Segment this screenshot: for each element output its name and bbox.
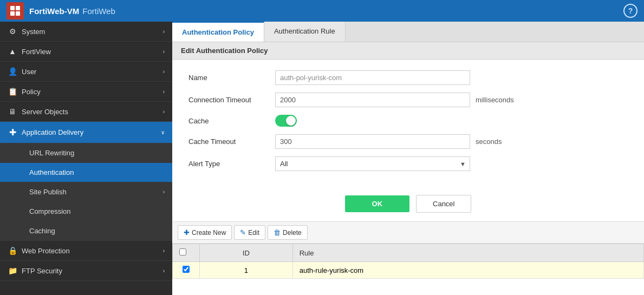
sidebar-item-label: Policy — [22, 88, 163, 96]
sidebar-item-ftp-security[interactable]: 📁 FTP Security › — [0, 261, 172, 281]
plus-icon: ✚ — [184, 228, 190, 237]
cache-toggle[interactable] — [275, 115, 297, 127]
sidebar-item-system[interactable]: ⚙ System › — [0, 22, 172, 42]
chevron-right-icon: › — [163, 109, 165, 115]
alert-type-wrapper: All None Custom ▼ — [275, 156, 470, 171]
cache-timeout-unit: seconds — [476, 137, 502, 146]
sidebar-item-application-delivery[interactable]: ✚ Application Delivery ∨ — [0, 122, 172, 143]
server-icon: 🖥 — [8, 107, 17, 116]
toggle-knob — [286, 116, 296, 126]
sidebar-item-url-rewriting[interactable]: URL Rewriting — [0, 143, 172, 163]
table-row: 1 auth-rule-yurisk-com — [173, 262, 644, 279]
logo-grid — [10, 6, 20, 16]
sidebar-item-label: System — [22, 28, 163, 36]
form-row-cache: Cache — [188, 115, 628, 127]
cache-timeout-input[interactable] — [275, 134, 470, 149]
chevron-right-icon: › — [163, 268, 165, 274]
sidebar-item-label: Authentication — [29, 168, 165, 176]
tab-authentication-policy[interactable]: Authentication Policy — [172, 22, 264, 42]
section-header: Edit Authentication Policy — [172, 42, 644, 60]
alert-type-select[interactable]: All None Custom — [275, 156, 470, 171]
sidebar-item-label: Application Delivery — [22, 128, 161, 136]
ok-button[interactable]: OK — [345, 195, 410, 212]
header: FortiWeb-VM FortiWeb ? — [0, 0, 644, 22]
chevron-down-icon: ∨ — [161, 129, 165, 135]
chevron-right-icon: › — [163, 189, 165, 195]
sidebar-item-authentication[interactable]: Authentication — [0, 163, 172, 182]
create-new-button[interactable]: ✚ Create New — [178, 225, 232, 240]
sidebar-item-label: FTP Security — [22, 267, 163, 275]
plus-icon: ✚ — [8, 127, 17, 137]
logo — [6, 2, 24, 19]
help-button[interactable]: ? — [623, 4, 638, 18]
sidebar-item-caching[interactable]: Caching — [0, 221, 172, 241]
fortiview-icon: ▲ — [8, 47, 17, 56]
button-row: OK Cancel — [172, 189, 644, 221]
chevron-right-icon: › — [163, 49, 165, 55]
sidebar-item-compression[interactable]: Compression — [0, 202, 172, 221]
sidebar-item-label: Caching — [29, 227, 165, 235]
app-name: FortiWeb-VM — [29, 6, 79, 16]
chevron-right-icon: › — [163, 248, 165, 254]
row-checkbox[interactable] — [183, 266, 190, 273]
col-header-checkbox — [173, 244, 200, 262]
sidebar-item-user[interactable]: 👤 User › — [0, 62, 172, 82]
name-label: Name — [188, 74, 275, 82]
sidebar-item-policy[interactable]: 📋 Policy › — [0, 82, 172, 102]
data-table: ID Rule 1 auth-rule-yurisk-com — [172, 244, 644, 279]
sidebar-item-label: FortiView — [22, 48, 163, 56]
sidebar-item-label: Server Objects — [22, 108, 163, 116]
layout: ⚙ System › ▲ FortiView › 👤 User › 📋 Poli… — [0, 22, 644, 295]
policy-icon: 📋 — [8, 87, 17, 96]
logo-cell — [16, 11, 20, 16]
form-row-alert-type: Alert Type All None Custom ▼ — [188, 156, 628, 171]
folder-icon: 📁 — [8, 266, 17, 275]
delete-button[interactable]: 🗑 Delete — [268, 225, 308, 240]
sidebar-item-server-objects[interactable]: 🖥 Server Objects › — [0, 102, 172, 122]
tab-bar: Authentication Policy Authentication Rul… — [172, 22, 644, 42]
conn-timeout-input[interactable] — [275, 93, 470, 107]
form-row-cache-timeout: Cache Timeout seconds — [188, 134, 628, 149]
logo-cell — [10, 11, 15, 16]
alert-type-label: Alert Type — [188, 160, 275, 168]
name-input[interactable] — [275, 70, 470, 85]
conn-timeout-unit: milliseconds — [476, 96, 514, 104]
logo-cell — [16, 6, 20, 10]
lock-icon: 🔒 — [8, 246, 17, 255]
cache-timeout-label: Cache Timeout — [188, 137, 275, 146]
form-area: Name Connection Timeout milliseconds Cac… — [172, 60, 644, 189]
sidebar-item-label: Site Publish — [29, 188, 163, 196]
sidebar-item-label: Web Protection — [22, 247, 163, 255]
trash-icon: 🗑 — [274, 228, 281, 237]
form-row-conn-timeout: Connection Timeout milliseconds — [188, 93, 628, 107]
edit-button[interactable]: ✎ Edit — [234, 225, 265, 240]
logo-cell — [10, 6, 15, 10]
toolbar: ✚ Create New ✎ Edit 🗑 Delete — [172, 221, 644, 244]
conn-timeout-label: Connection Timeout — [188, 96, 275, 104]
edit-icon: ✎ — [240, 228, 246, 237]
sub-name: FortiWeb — [82, 6, 115, 16]
select-all-checkbox[interactable] — [179, 248, 186, 255]
sidebar-item-label: Compression — [29, 207, 165, 215]
cancel-button[interactable]: Cancel — [416, 195, 471, 213]
sidebar-item-label: User — [22, 68, 163, 76]
row-checkbox-cell — [173, 262, 200, 279]
sidebar-item-fortiview[interactable]: ▲ FortiView › — [0, 42, 172, 62]
row-id-cell: 1 — [200, 262, 293, 279]
gear-icon: ⚙ — [8, 27, 17, 36]
user-icon: 👤 — [8, 67, 17, 76]
chevron-right-icon: › — [163, 89, 165, 95]
col-header-id: ID — [200, 244, 293, 262]
sidebar-item-web-protection[interactable]: 🔒 Web Protection › — [0, 241, 172, 261]
tab-authentication-rule[interactable]: Authentication Rule — [264, 22, 346, 42]
chevron-right-icon: › — [163, 29, 165, 35]
sidebar-item-site-publish[interactable]: Site Publish › — [0, 182, 172, 202]
col-header-rule: Rule — [292, 244, 643, 262]
main-panel: Authentication Policy Authentication Rul… — [172, 22, 644, 295]
chevron-right-icon: › — [163, 69, 165, 75]
sidebar: ⚙ System › ▲ FortiView › 👤 User › 📋 Poli… — [0, 22, 172, 295]
form-row-name: Name — [188, 70, 628, 85]
content-area: Edit Authentication Policy Name Connecti… — [172, 42, 644, 295]
row-rule-cell: auth-rule-yurisk-com — [292, 262, 643, 279]
cache-label: Cache — [188, 117, 275, 125]
